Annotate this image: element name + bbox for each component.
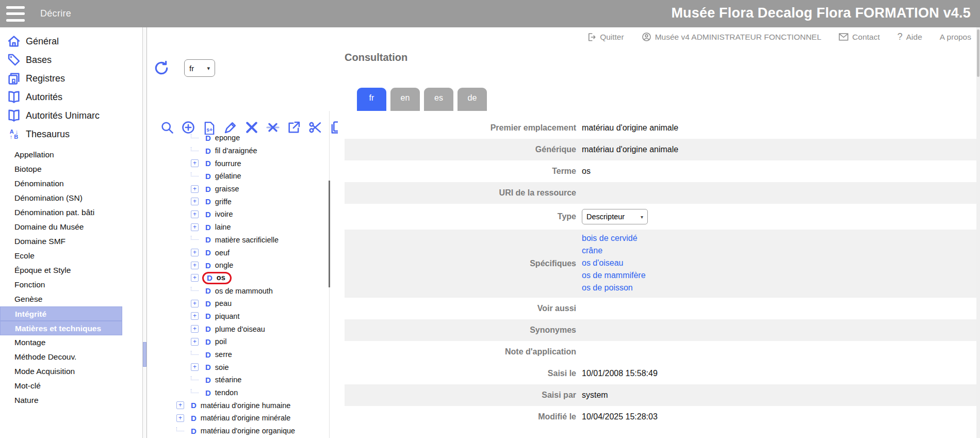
sidebar-item-thesaurus-category[interactable]: Méthode Decouv.	[0, 350, 147, 364]
sidebar-item-thesaurus-category[interactable]: Montage	[0, 335, 147, 350]
tree-item[interactable]: D fil d'araignée	[147, 144, 328, 157]
field-label: Type	[345, 212, 576, 221]
term-detail-form: Premier emplacement matériau d'origine a…	[345, 117, 976, 428]
related-term-link[interactable]: crâne	[582, 246, 646, 255]
sidebar-item-thesaurus-category[interactable]: Fonction	[0, 278, 147, 292]
tree-item[interactable]: D serre	[147, 348, 328, 361]
tree-item[interactable]: + D laine	[147, 221, 328, 234]
header-link-muse[interactable]: Musée v4 ADMINISTRATEUR FONCTIONNEL	[642, 32, 822, 42]
sidebar-item-thesaurus-category[interactable]: Intégrité	[0, 306, 122, 321]
descriptor-badge: D	[191, 414, 197, 423]
expand-plus-icon[interactable]: +	[191, 249, 199, 256]
page-scrollbar[interactable]	[976, 27, 980, 438]
sidebar-item-g-n-ral[interactable]: Général	[0, 32, 147, 51]
header-link-contact[interactable]: Contact	[839, 33, 879, 42]
tree-item[interactable]: D tendon	[147, 386, 328, 399]
tree-item[interactable]: + D peau	[147, 297, 328, 310]
sidebar-scrollbar[interactable]	[142, 27, 147, 438]
sidebar-item-thesaurus-category[interactable]: Domaine du Musée	[0, 220, 147, 234]
expand-plus-icon[interactable]: +	[191, 185, 199, 193]
sidebar-item-thesaurus-category[interactable]: Domaine SMF	[0, 234, 147, 249]
form-row: Spécifiques bois de cervidécrâneos d'ois…	[345, 230, 976, 298]
tree-item[interactable]: + D oeuf	[147, 246, 328, 259]
expand-plus-icon[interactable]: +	[191, 223, 199, 231]
tree-item[interactable]: + D poil	[147, 335, 328, 348]
related-term-link[interactable]: os d'oiseau	[582, 258, 646, 268]
sidebar-item-thesaurus-category[interactable]: Dénomination pat. bâti	[0, 205, 147, 220]
sidebar-item-thesaurus-category[interactable]: Époque et Style	[0, 263, 147, 278]
expand-plus-icon[interactable]: +	[191, 159, 199, 167]
language-tab-es[interactable]: es	[424, 88, 453, 111]
expand-plus-icon[interactable]: +	[191, 198, 199, 205]
user-icon	[642, 32, 651, 42]
related-term-link[interactable]: os de poisson	[582, 283, 646, 293]
sidebar-item-registres[interactable]: Registres	[0, 69, 147, 88]
sidebar-item-thesaurus-category[interactable]: Matières et techniques	[0, 321, 122, 335]
tree-item[interactable]: + D matériau d'origine minérale	[147, 412, 328, 425]
tree-scrollbar-thumb[interactable]	[329, 181, 330, 287]
expand-plus-icon[interactable]: +	[176, 414, 184, 422]
sidebar-scrollbar-thumb[interactable]	[143, 342, 146, 367]
related-term-link[interactable]: os de mammifère	[582, 271, 646, 280]
expand-plus-icon[interactable]: +	[176, 401, 184, 409]
sidebar-item-thesaurus-category[interactable]: Dénomination	[0, 176, 147, 191]
sidebar-item-thesaurus-category[interactable]: Mot-clé	[0, 379, 147, 393]
refresh-icon[interactable]	[153, 60, 170, 76]
tree-item[interactable]: + D plume d'oiseau	[147, 322, 328, 335]
sidebar-item-thesaurus-category[interactable]: Mode Acquisition	[0, 364, 147, 379]
tree-item[interactable]: D matériau d'origine organique	[147, 425, 328, 437]
expand-plus-icon[interactable]: +	[191, 262, 199, 269]
expand-plus-icon[interactable]: +	[191, 274, 199, 282]
tree-item[interactable]: D stéarine	[147, 374, 328, 386]
tree-item[interactable]: + D soie	[147, 361, 328, 374]
tree-item[interactable]: + D griffe	[147, 195, 328, 208]
descriptor-badge: D	[205, 248, 211, 257]
tree-item[interactable]: + D ivoire	[147, 208, 328, 221]
menu-icon[interactable]	[6, 6, 25, 22]
descriptor-badge: D	[205, 147, 211, 155]
sidebar-item-autorit-s-unimarc[interactable]: Autorités Unimarc	[0, 106, 147, 125]
sidebar-item-thesaurus-category[interactable]: Nature	[0, 393, 147, 408]
tree-leaf-connector	[191, 134, 199, 138]
chevron-down-icon: ▾	[641, 214, 643, 220]
sidebar-item-thesaurus-category[interactable]: Biotope	[0, 162, 147, 176]
descriptor-badge: D	[205, 159, 211, 168]
language-tab-fr[interactable]: fr	[357, 88, 386, 111]
language-tab-de[interactable]: de	[458, 88, 487, 111]
tree-item[interactable]: + D fourrure	[147, 157, 328, 170]
type-select[interactable]: Descripteur▾	[582, 209, 648, 224]
tree-item[interactable]: D eponge	[147, 132, 328, 144]
header-link-quitter[interactable]: Quitter	[587, 33, 624, 42]
expand-plus-icon[interactable]: +	[191, 312, 199, 320]
page-scrollbar-thumb[interactable]	[977, 29, 979, 77]
tree-item-selected[interactable]: + Dos	[147, 272, 328, 285]
sidebar-item-thesaurus-category[interactable]: Appellation	[0, 148, 147, 162]
sidebar-item-thesaurus[interactable]: A ↓↑ B Thesaurus	[0, 125, 147, 143]
expand-plus-icon[interactable]: +	[191, 210, 199, 218]
header-link-a[interactable]: A propos	[940, 33, 971, 42]
tree-leaf-connector	[191, 389, 199, 393]
related-term-link[interactable]: matériau d'origine animale	[582, 145, 678, 154]
tree-item[interactable]: + D piquant	[147, 310, 328, 323]
tree-item[interactable]: D matière sacrificielle	[147, 234, 328, 247]
tree-item[interactable]: + D graisse	[147, 183, 328, 196]
language-tab-en[interactable]: en	[390, 88, 420, 111]
sidebar-item-thesaurus-category[interactable]: Ecole	[0, 249, 147, 263]
expand-plus-icon[interactable]: +	[191, 325, 199, 333]
expand-plus-icon[interactable]: +	[191, 300, 199, 307]
sidebar-item-bases[interactable]: Bases	[0, 51, 147, 69]
sidebar-item-thesaurus-category[interactable]: Genèse	[0, 292, 147, 306]
related-term-link[interactable]: bois de cervidé	[582, 234, 646, 243]
sidebar-item-autorit-s[interactable]: Autorités	[0, 88, 147, 106]
tree-item[interactable]: D gélatine	[147, 170, 328, 183]
tree-language-select[interactable]: fr ▾	[184, 59, 215, 77]
tree-item[interactable]: D os de mammouth	[147, 284, 328, 297]
expand-plus-icon[interactable]: +	[191, 338, 199, 346]
sidebar-item-thesaurus-category[interactable]: Dénomination (SN)	[0, 191, 147, 205]
related-term-link[interactable]: matériau d'origine animale	[582, 123, 678, 133]
field-label: Modifié le	[345, 412, 576, 421]
header-link-aide[interactable]: ? Aide	[897, 31, 922, 42]
tree-item[interactable]: + D matériau d'origine humaine	[147, 399, 328, 412]
expand-plus-icon[interactable]: +	[191, 363, 199, 371]
tree-item[interactable]: + D ongle	[147, 259, 328, 272]
